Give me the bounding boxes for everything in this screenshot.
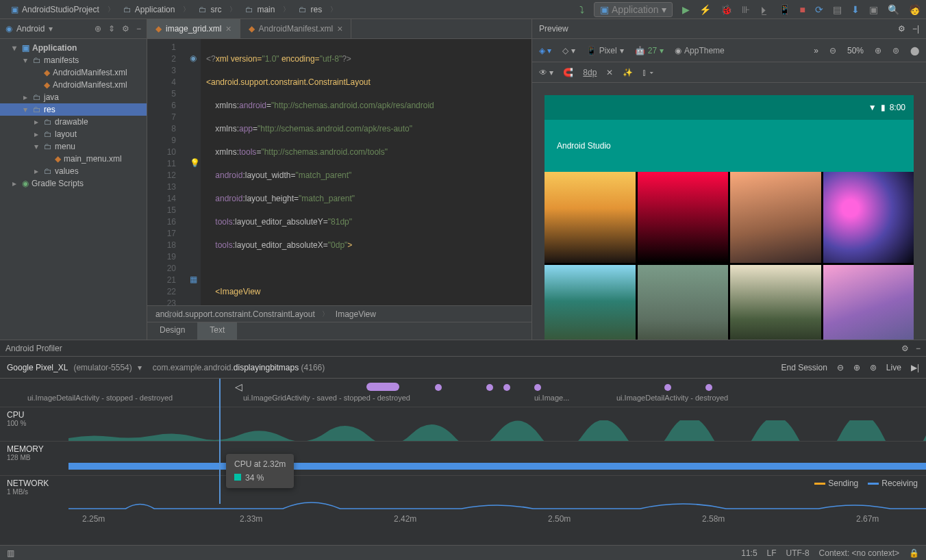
device-icon[interactable]: 📱	[779, 4, 790, 15]
warning-icon[interactable]: ⬤	[910, 46, 919, 55]
zoom-fit-icon[interactable]: ⊚	[892, 46, 899, 55]
make-icon[interactable]: ⤵	[579, 4, 584, 15]
breadcrumb-item[interactable]: 🗀main	[240, 3, 279, 16]
event-marker[interactable]	[664, 384, 671, 391]
event-marker[interactable]	[435, 384, 442, 391]
orientation-icon[interactable]: ◇ ▾	[562, 46, 575, 55]
network-track[interactable]: NETWORK 1 MB/s SendingReceiving	[0, 476, 926, 510]
collapse-icon[interactable]: ⇕	[108, 24, 115, 34]
attach-icon[interactable]: ⏵̲	[760, 4, 769, 15]
project-tree[interactable]: ▾▣Application ▾🗀manifests ◆AndroidManife…	[0, 39, 147, 192]
lock-icon[interactable]: 🔒	[909, 548, 919, 558]
live-button[interactable]: Live	[886, 363, 901, 372]
cpu-track[interactable]: CPU 100 %	[0, 407, 926, 442]
tab-image-grid[interactable]: ◆image_grid.xml×	[147, 19, 240, 38]
sidebar-mode[interactable]: Android	[16, 24, 45, 34]
gear-icon[interactable]: ⚙	[901, 344, 909, 353]
align-icon[interactable]: ⫿ ▾	[642, 68, 653, 77]
gear-icon[interactable]: ⚙	[122, 24, 129, 34]
grid-image[interactable]	[730, 265, 821, 340]
avd-icon[interactable]: ▤	[833, 4, 842, 15]
hide-icon[interactable]: −	[136, 24, 141, 34]
more-icon[interactable]: »	[814, 46, 818, 55]
event-marker[interactable]	[534, 384, 541, 391]
avatar-icon[interactable]: 🧑	[909, 4, 921, 15]
tree-java[interactable]: ▸🗀java	[0, 91, 147, 103]
run-config-selector[interactable]: ▣Application ▾	[594, 2, 673, 17]
profiler-package[interactable]: displayingbitmaps	[234, 363, 299, 372]
breadcrumb-element[interactable]: ImageView	[336, 309, 376, 319]
surface-icon[interactable]: ◈ ▾	[539, 46, 551, 55]
element-breadcrumb[interactable]: android.support.constraint.ConstraintLay…	[147, 305, 531, 322]
tree-mainmenu[interactable]: ◆main_menu.xml	[0, 153, 147, 165]
event-marker[interactable]	[503, 384, 510, 391]
tree-manifests[interactable]: ▾🗀manifests	[0, 54, 147, 66]
layout-icon[interactable]: ▥	[7, 548, 14, 558]
tree-res[interactable]: ▾🗀res	[0, 103, 147, 116]
reset-zoom-icon[interactable]: ⊚	[870, 363, 877, 372]
code-editor[interactable]: 123456789101112131415161718192021222324 …	[147, 39, 531, 305]
zoom-out-icon[interactable]: ⊖	[837, 363, 844, 372]
breadcrumb-item[interactable]: 🗀src	[194, 3, 225, 16]
grid-image[interactable]	[545, 172, 636, 263]
cursor-position[interactable]: 11:5	[741, 548, 757, 558]
dropdown-icon[interactable]: ▾	[49, 24, 53, 34]
grid-image[interactable]	[545, 265, 636, 340]
debug-icon[interactable]: 🐞	[721, 4, 732, 15]
tree-menu[interactable]: ▾🗀menu	[0, 140, 147, 153]
breadcrumb-element[interactable]: android.support.constraint.ConstraintLay…	[155, 309, 315, 319]
breadcrumb-item[interactable]: 🗀Application	[118, 3, 179, 16]
run-icon[interactable]: ▶	[682, 4, 690, 15]
encoding[interactable]: UTF-8	[786, 548, 810, 558]
close-icon[interactable]: ×	[337, 23, 342, 34]
eye-icon[interactable]: 👁 ▾	[539, 68, 553, 77]
magnet-icon[interactable]: 🧲	[563, 68, 573, 77]
default-margin[interactable]: 8dp	[583, 68, 597, 77]
sync-icon[interactable]: ⟳	[815, 4, 823, 15]
stop-icon[interactable]: ■	[800, 4, 805, 15]
image-icon[interactable]: ▦	[190, 275, 199, 284]
tree-manifest-file[interactable]: ◆AndroidManifest.xml	[0, 79, 147, 91]
line-ending[interactable]: LF	[767, 548, 777, 558]
grid-image[interactable]	[730, 172, 821, 263]
api-selector[interactable]: 🤖 27 ▾	[635, 46, 664, 55]
tree-gradle[interactable]: ▸◉Gradle Scripts	[0, 177, 147, 190]
tree-layout[interactable]: ▸🗀layout	[0, 128, 147, 140]
context[interactable]: Context: <no context>	[819, 548, 899, 558]
code-content[interactable]: <?xml version="1.0" encoding="utf-8"?> <…	[201, 39, 531, 305]
infer-constraints-icon[interactable]: ✨	[623, 68, 633, 77]
zoom-in-icon[interactable]: ⊕	[853, 363, 860, 372]
tree-drawable[interactable]: ▸🗀drawable	[0, 116, 147, 128]
gear-icon[interactable]: ⚙	[898, 24, 905, 34]
profiler-device-name[interactable]: Google Pixel_XL	[7, 363, 68, 372]
grid-image[interactable]	[638, 265, 729, 340]
info-icon[interactable]: ◉	[190, 53, 199, 63]
memory-track[interactable]: MEMORY 128 MB	[0, 442, 926, 476]
search-icon[interactable]: 🔍	[888, 4, 899, 15]
profiler-timeline[interactable]: ◁ ui.ImageDetailActivity - stopped - des…	[0, 379, 926, 545]
device-selector[interactable]: 📱 Pixel ▾	[586, 46, 624, 55]
close-icon[interactable]: ×	[225, 23, 231, 34]
tree-values[interactable]: ▸🗀values	[0, 165, 147, 177]
theme-selector[interactable]: ◉ AppTheme	[675, 46, 725, 55]
clear-constraints-icon[interactable]: ✕	[606, 68, 613, 77]
sdk-icon[interactable]: ⬇	[851, 4, 860, 15]
end-session-button[interactable]: End Session	[781, 363, 827, 372]
event-marker[interactable]	[486, 384, 493, 391]
structure-icon[interactable]: ▣	[869, 4, 878, 15]
breadcrumb-item[interactable]: ▣AndroidStudioProject	[5, 3, 103, 16]
hide-icon[interactable]: −|	[912, 24, 919, 34]
tree-manifest-file[interactable]: ◆AndroidManifest.xml	[0, 66, 147, 79]
breadcrumb-item[interactable]: 🗀res	[294, 3, 326, 16]
event-marker[interactable]	[366, 383, 399, 391]
tab-android-manifest[interactable]: ◆AndroidManifest.xml×	[240, 19, 352, 38]
bulb-icon[interactable]: 💡	[190, 158, 199, 168]
target-icon[interactable]: ⊕	[95, 24, 101, 34]
apply-changes-icon[interactable]: ⚡	[699, 4, 711, 15]
dropdown-icon[interactable]: ▾	[138, 363, 142, 372]
tab-text[interactable]: Text	[197, 322, 237, 340]
tree-app[interactable]: ▾▣Application	[0, 42, 147, 54]
device-frame[interactable]: ▼ ▮ 8:00 Android Studio	[545, 95, 914, 340]
tab-design[interactable]: Design	[147, 322, 197, 340]
grid-image[interactable]	[823, 265, 914, 340]
